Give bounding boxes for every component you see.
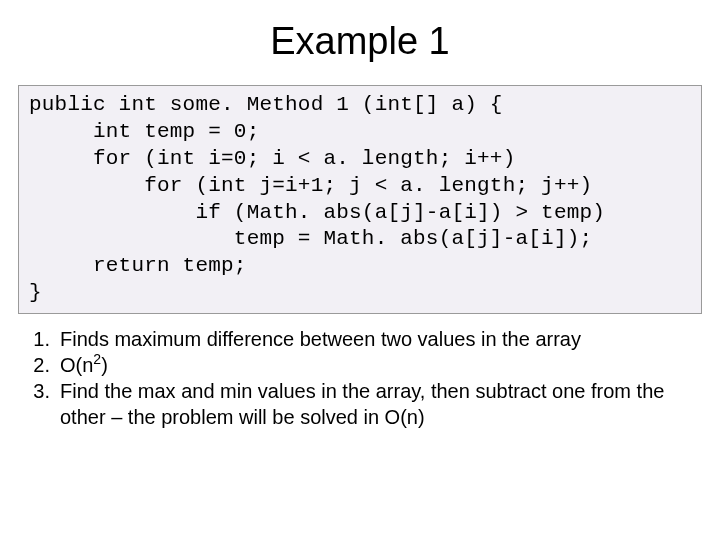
- list-number: 1.: [26, 326, 60, 352]
- code-line-7: return temp;: [29, 254, 247, 277]
- list-text: O(n2): [60, 352, 702, 378]
- code-line-3: for (int i=0; i < a. length; i++): [29, 147, 515, 170]
- list-text: Find the max and min values in the array…: [60, 378, 702, 430]
- list-item: 3. Find the max and min values in the ar…: [26, 378, 702, 430]
- list-item: 2. O(n2): [26, 352, 702, 378]
- code-block: public int some. Method 1 (int[] a) { in…: [18, 85, 702, 314]
- complexity-suffix: ): [101, 354, 108, 376]
- code-line-1: public int some. Method 1 (int[] a) {: [29, 93, 503, 116]
- code-line-6: temp = Math. abs(a[j]-a[i]);: [29, 227, 592, 250]
- complexity-prefix: O(n: [60, 354, 93, 376]
- list-number: 2.: [26, 352, 60, 378]
- code-line-8: }: [29, 281, 42, 304]
- code-line-5: if (Math. abs(a[j]-a[i]) > temp): [29, 201, 605, 224]
- list-number: 3.: [26, 378, 60, 404]
- page-title: Example 1: [18, 20, 702, 63]
- complexity-exponent: 2: [93, 351, 101, 367]
- code-line-4: for (int j=i+1; j < a. length; j++): [29, 174, 592, 197]
- list-text: Finds maximum difference between two val…: [60, 326, 702, 352]
- code-line-2: int temp = 0;: [29, 120, 259, 143]
- notes-list: 1. Finds maximum difference between two …: [18, 326, 702, 430]
- list-item: 1. Finds maximum difference between two …: [26, 326, 702, 352]
